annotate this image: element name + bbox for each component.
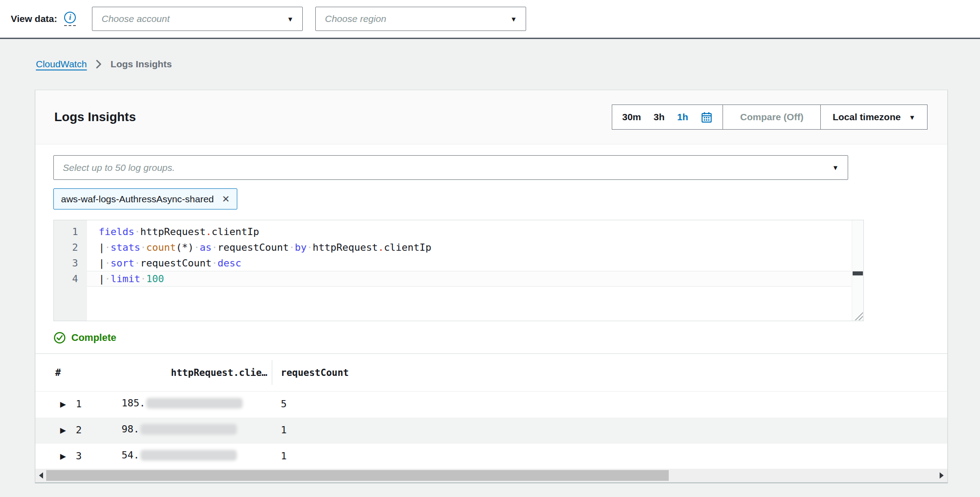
- result-row[interactable]: ▶1185.5: [35, 392, 947, 418]
- time-range-1h[interactable]: 1h: [677, 112, 688, 122]
- editor-scrollbar-thumb[interactable]: [853, 271, 863, 275]
- scroll-right-arrow[interactable]: [940, 472, 944, 479]
- result-row[interactable]: ▶298.1: [35, 418, 947, 444]
- result-row[interactable]: ▶354.1: [35, 444, 947, 470]
- page-title: Logs Insights: [54, 110, 136, 124]
- query-status: Complete: [53, 331, 116, 344]
- query-line: |·limit·100: [87, 271, 851, 287]
- choose-region-dropdown[interactable]: Choose region ▼: [315, 7, 526, 31]
- row-index: 3: [76, 450, 82, 462]
- time-range-30m[interactable]: 30m: [622, 112, 641, 122]
- redacted-ip: [146, 398, 243, 409]
- timezone-dropdown[interactable]: Local timezone ▼: [820, 105, 928, 130]
- redacted-ip: [140, 424, 237, 435]
- log-group-select[interactable]: Select up to 50 log groups. ▼: [53, 155, 848, 180]
- breadcrumb-current-page: Logs Insights: [111, 59, 172, 70]
- caret-down-icon: ▼: [287, 15, 294, 23]
- client-ip-prefix: 98.: [122, 423, 139, 435]
- time-range-presets: 30m3h1h: [622, 112, 688, 122]
- line-number: 3: [54, 255, 87, 271]
- column-header-client-ip: httpRequest.clie…: [122, 367, 267, 378]
- client-ip-prefix: 185.: [122, 397, 145, 409]
- info-icon[interactable]: i: [64, 12, 76, 23]
- request-count-cell: 1: [281, 450, 287, 462]
- query-line: fields·httpRequest.clientIp: [87, 224, 851, 240]
- scroll-left-arrow[interactable]: [39, 472, 43, 479]
- horizontal-scrollbar: [35, 469, 947, 482]
- breadcrumb: CloudWatch Logs Insights: [36, 59, 172, 70]
- chevron-right-icon: [96, 60, 102, 69]
- close-icon[interactable]: ✕: [222, 194, 230, 204]
- line-number: 1: [54, 224, 87, 240]
- line-number: 4: [54, 271, 87, 287]
- column-divider[interactable]: [272, 360, 272, 385]
- request-count-cell: 5: [281, 398, 287, 410]
- column-header-request-count: requestCount: [281, 367, 349, 378]
- line-number: 2: [54, 240, 87, 255]
- redacted-ip: [140, 450, 237, 461]
- view-data-label: View data:: [11, 13, 57, 24]
- view-data-bar: View data: i Choose account ▼ Choose reg…: [0, 0, 980, 39]
- results-table-header: # httpRequest.clie… requestCount: [35, 353, 947, 392]
- time-controls: 30m3h1h Compare (Off) Local timezone: [612, 105, 928, 130]
- choose-account-dropdown[interactable]: Choose account ▼: [92, 7, 303, 31]
- calendar-icon[interactable]: [701, 111, 713, 123]
- query-editor[interactable]: 1234 fields·httpRequest.clientIp|·stats·…: [53, 220, 864, 321]
- panel-header: Logs Insights 30m3h1h Compare (Off): [35, 90, 947, 144]
- status-label: Complete: [71, 332, 116, 344]
- caret-down-icon: ▼: [832, 164, 839, 171]
- time-range-group: 30m3h1h: [612, 105, 723, 130]
- timezone-label: Local timezone: [832, 112, 901, 122]
- compare-button[interactable]: Compare (Off): [723, 105, 821, 130]
- logs-insights-panel: Logs Insights 30m3h1h Compare (Off): [35, 90, 948, 483]
- time-range-3h[interactable]: 3h: [653, 112, 665, 122]
- client-ip-cell: 54.: [122, 449, 237, 461]
- choose-region-placeholder: Choose region: [325, 13, 386, 24]
- log-group-placeholder: Select up to 50 log groups.: [63, 162, 175, 173]
- info-tooltip-trigger[interactable]: i: [64, 12, 76, 26]
- breadcrumb-cloudwatch-link[interactable]: CloudWatch: [36, 59, 87, 70]
- client-ip-cell: 98.: [122, 423, 237, 435]
- editor-gutter: 1234: [54, 220, 87, 321]
- horizontal-scrollbar-thumb[interactable]: [46, 470, 669, 481]
- editor-vertical-scrollbar: [852, 220, 863, 321]
- caret-down-icon: ▼: [909, 113, 915, 121]
- check-circle-icon: [53, 331, 66, 344]
- results-table-body: ▶1185.5▶298.1▶354.1: [35, 392, 947, 470]
- log-group-token: aws-waf-logs-AuthressAsync-shared ✕: [53, 188, 237, 209]
- caret-down-icon: ▼: [510, 15, 517, 23]
- row-index: 2: [76, 424, 82, 436]
- expand-row-icon[interactable]: ▶: [60, 426, 66, 435]
- expand-row-icon[interactable]: ▶: [60, 452, 66, 461]
- client-ip-prefix: 54.: [122, 449, 139, 461]
- client-ip-cell: 185.: [122, 397, 243, 409]
- request-count-cell: 1: [281, 424, 287, 436]
- row-index: 1: [76, 398, 82, 410]
- query-line: |·sort·requestCount·desc: [87, 255, 851, 271]
- choose-account-placeholder: Choose account: [101, 13, 170, 24]
- column-header-index: #: [55, 367, 61, 378]
- expand-row-icon[interactable]: ▶: [60, 400, 66, 409]
- log-group-token-label: aws-waf-logs-AuthressAsync-shared: [61, 194, 214, 205]
- editor-code-area[interactable]: fields·httpRequest.clientIp|·stats·count…: [87, 224, 851, 287]
- query-line: |·stats·count(*)·as·requestCount·by·http…: [87, 240, 851, 255]
